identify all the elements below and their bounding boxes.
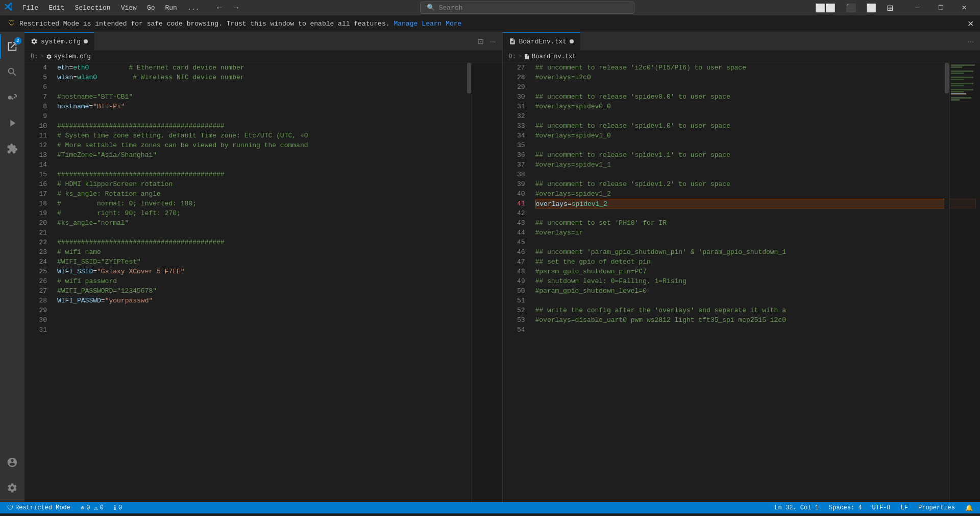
activity-account[interactable]: [0, 450, 24, 475]
vscode-logo-icon: [4, 2, 13, 13]
left-code-area[interactable]: 4 5 6 7 8 9 10 11 12 13 14 15 16 17: [24, 63, 502, 502]
learn-more-link[interactable]: Learn More: [422, 20, 461, 28]
cursor-position-label: Ln 32, Col 1: [774, 504, 818, 511]
activity-explorer[interactable]: 2: [0, 34, 24, 59]
activity-search[interactable]: [0, 60, 24, 84]
code-line: #WIFI_SSID="ZYIPTest": [57, 257, 498, 267]
left-tab-system-cfg[interactable]: system.cfg: [24, 32, 94, 50]
code-line: ## uncomment 'param_gpio_shutdown_pin' &…: [535, 247, 976, 257]
menu-selection[interactable]: Selection: [69, 2, 115, 14]
code-line: ########################################…: [57, 121, 498, 131]
code-line: # ks_angle: Rotation angle: [57, 189, 498, 199]
code-line: #overlays=disable_uart0 pwm ws2812 light…: [535, 315, 976, 325]
code-line: #overlays=spidev1_0: [535, 131, 976, 140]
menu-view[interactable]: View: [116, 2, 142, 14]
layout-activity-button[interactable]: ⬜: [862, 1, 880, 15]
code-line: WIFI_SSID="Galaxy XCover 5 F7EE": [57, 267, 498, 276]
code-line: ## uncomment to release 'i2c0'(PI5/PI6) …: [535, 63, 976, 73]
right-code-content[interactable]: ## uncomment to release 'i2c0'(PI5/PI6) …: [531, 63, 981, 502]
cursor-position-status[interactable]: Ln 32, Col 1: [771, 502, 821, 513]
code-line: # System time zone setting, default Time…: [57, 131, 498, 140]
warning-icon: ⚠: [94, 504, 97, 512]
editor-panels: D: > system.cfg 4 5 6 7 8 9 10 11: [24, 51, 980, 502]
breadcrumb-gear-icon: [46, 54, 52, 60]
right-code-area[interactable]: 27 28 29 30 31 32 33 34 35 36 37 38 39 4…: [503, 63, 981, 502]
left-more-actions-button[interactable]: ···: [488, 36, 498, 46]
menu-run[interactable]: Run: [160, 2, 182, 14]
code-line: #param_gpio_shutdown_level=0: [535, 286, 976, 296]
restricted-mode-banner: 🛡 Restricted Mode is intended for safe c…: [0, 15, 980, 32]
gear-icon: [31, 38, 38, 45]
language-status[interactable]: Properties: [915, 502, 958, 513]
nav-back-button[interactable]: ←: [212, 2, 227, 13]
restricted-mode-status[interactable]: 🛡 Restricted Mode: [4, 502, 74, 513]
activity-bar: 2: [0, 32, 24, 502]
info-status[interactable]: ℹ 0: [111, 502, 125, 513]
errors-count: 0: [86, 504, 90, 511]
code-line: [535, 325, 976, 335]
code-line: ## uncomment to release 'spidev1.1' to u…: [535, 150, 976, 160]
info-count: 0: [118, 504, 122, 511]
left-scrollbar-thumb[interactable]: [467, 63, 471, 93]
menu-more[interactable]: ...: [182, 2, 204, 14]
minimize-button[interactable]: ─: [905, 0, 929, 15]
code-line: ## write the config after the 'overlays'…: [535, 306, 976, 315]
left-minimap: [472, 63, 502, 502]
search-box[interactable]: 🔍 Search: [420, 2, 634, 14]
nav-forward-button[interactable]: →: [229, 2, 243, 13]
menu-file[interactable]: File: [17, 2, 43, 14]
right-tab-actions: ···: [966, 36, 980, 46]
code-line: # right: 90; left: 270;: [57, 208, 498, 218]
shield-status-icon: 🛡: [7, 504, 13, 512]
language-label: Properties: [918, 504, 955, 511]
indentation-status[interactable]: Spaces: 4: [826, 502, 865, 513]
code-line: WIFI_PASSWD="yourpasswd": [57, 296, 498, 306]
activity-settings[interactable]: [0, 476, 24, 500]
line-ending-status[interactable]: LF: [898, 502, 911, 513]
file-icon: [509, 38, 516, 45]
titlebar-actions: ⬜⬜ ⬛ ⬜ ⊞: [811, 1, 897, 15]
breadcrumb-sep-2: >: [518, 53, 522, 60]
code-line: ## uncomment to release 'spidev1.2' to u…: [535, 179, 976, 189]
breadcrumb-file-icon: [524, 54, 530, 60]
split-editor-button[interactable]: ⊡: [476, 36, 486, 46]
code-line: #hostname="BTT-CB1": [57, 92, 498, 102]
tab-bars: system.cfg ⊡ ··· BoardEnv.txt ···: [24, 32, 980, 51]
code-line: # normal: 0; inverted: 180;: [57, 199, 498, 208]
manage-link[interactable]: Manage: [394, 20, 418, 28]
code-line: ########################################…: [57, 238, 498, 247]
left-code-content[interactable]: eth=eth0 # Ethernet card device number w…: [53, 63, 502, 502]
encoding-status[interactable]: UTF-8: [869, 502, 894, 513]
notifications-status[interactable]: 🔔: [962, 502, 976, 513]
left-scrollbar[interactable]: [467, 63, 472, 502]
right-tab-bar: BoardEnv.txt ···: [502, 32, 981, 50]
right-scrollbar[interactable]: [944, 63, 949, 502]
layout-panel-button[interactable]: ⬛: [842, 1, 860, 15]
activity-extensions[interactable]: [0, 136, 24, 161]
right-more-actions-button[interactable]: ···: [966, 36, 976, 46]
code-line: hostname="BTT-Pi": [57, 102, 498, 111]
right-scrollbar-thumb[interactable]: [945, 63, 949, 93]
activity-run[interactable]: [0, 111, 24, 135]
code-line: wlan=wlan0 # Wireless NIC device number: [57, 73, 498, 82]
menu-go[interactable]: Go: [142, 2, 160, 14]
banner-close-button[interactable]: ✕: [967, 19, 974, 29]
layout-grid-button[interactable]: ⊞: [883, 1, 897, 15]
maximize-button[interactable]: ❐: [929, 0, 952, 15]
errors-status[interactable]: ⊗ 0 ⚠ 0: [78, 502, 107, 513]
code-line: [535, 238, 976, 247]
code-line: # wifi name: [57, 247, 498, 257]
search-icon: 🔍: [427, 4, 435, 12]
layout-side-by-side-button[interactable]: ⬜⬜: [811, 1, 840, 15]
right-tab-boardenv[interactable]: BoardEnv.txt: [503, 32, 581, 50]
minimap-canvas: [472, 63, 502, 502]
code-line: #ks_angle="normal": [57, 218, 498, 228]
code-line: [57, 306, 498, 315]
close-button[interactable]: ✕: [952, 0, 976, 15]
left-tab-bar: system.cfg ⊡ ···: [24, 32, 502, 50]
window-controls: ─ ❐ ✕: [905, 0, 976, 15]
activity-source-control[interactable]: [0, 85, 24, 110]
menu-edit[interactable]: Edit: [43, 2, 69, 14]
bell-icon: 🔔: [965, 504, 973, 512]
breadcrumb-sep-1: >: [40, 53, 43, 60]
